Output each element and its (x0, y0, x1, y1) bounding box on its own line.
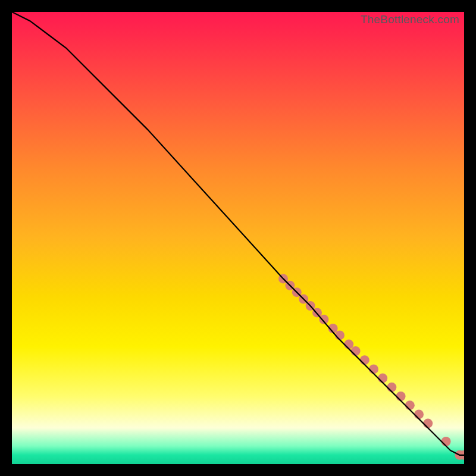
data-point (396, 392, 406, 401)
chart-canvas: TheBottleneck.com (12, 12, 464, 464)
data-point (344, 340, 353, 349)
data-point (369, 364, 378, 374)
data-point (351, 346, 361, 356)
data-point (335, 330, 345, 340)
data-point (360, 355, 369, 365)
data-point (387, 383, 396, 392)
data-point (319, 315, 328, 324)
data-point (414, 409, 424, 419)
data-point (423, 419, 433, 428)
data-point (405, 400, 415, 410)
chart-overlay (12, 12, 464, 464)
data-point (441, 437, 451, 446)
data-point (378, 374, 387, 383)
